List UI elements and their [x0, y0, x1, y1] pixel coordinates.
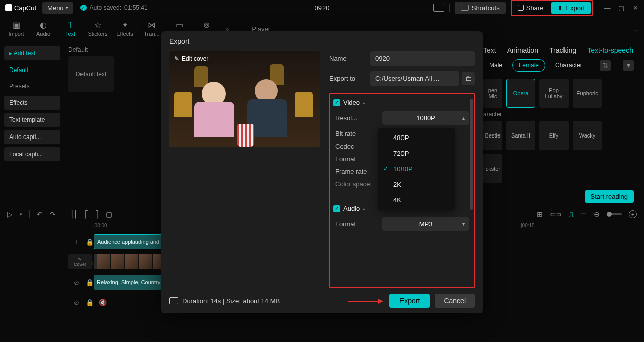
audio-checkbox[interactable]: ✓ — [333, 205, 340, 212]
audio-format-dropdown[interactable]: MP3 ▾ — [382, 217, 469, 231]
res-option-720p[interactable]: 720P — [378, 146, 455, 161]
right-tab-text[interactable]: Text — [483, 46, 496, 54]
res-option-1080p[interactable]: 1080P — [378, 161, 455, 177]
ruler-mark: |00:15 — [521, 223, 535, 228]
default-text-card[interactable]: Default text — [68, 56, 114, 92]
tl-tool-1-icon[interactable]: ⊞ — [537, 210, 543, 218]
voice-card[interactable]: Euphoric — [573, 79, 602, 108]
tab-stickers[interactable]: ☆Stickers — [88, 21, 108, 37]
tl-tool-3-icon[interactable]: ⎍ — [569, 210, 573, 218]
text-track-icon: T — [72, 238, 80, 246]
text-icon: T — [65, 21, 75, 29]
res-option-480p[interactable]: 480P — [378, 130, 455, 146]
bitrate-label: Bit rate — [335, 130, 376, 138]
selection-tool-icon[interactable]: ▷ — [7, 210, 13, 218]
voice-card-opera[interactable]: Opera — [506, 79, 535, 108]
dialog-cancel-button[interactable]: Cancel — [435, 294, 475, 308]
disable-icon[interactable]: ⊘ — [72, 279, 80, 286]
divider — [449, 4, 450, 12]
split-icon[interactable]: ⎮⎮ — [70, 210, 77, 218]
scrollbar[interactable] — [470, 99, 473, 210]
voice-card[interactable]: Elfy — [539, 121, 569, 150]
delete-icon[interactable]: ▢ — [106, 210, 112, 218]
tab-text[interactable]: TText — [60, 21, 80, 37]
start-reading-button[interactable]: Start reading — [585, 190, 634, 203]
pencil-icon — [174, 55, 179, 62]
tool-dropdown-icon[interactable]: ▾ — [20, 212, 22, 217]
add-text-button[interactable]: ▸ Add text — [4, 46, 60, 60]
browse-folder-button[interactable]: 🗀 — [462, 72, 475, 85]
undo-icon[interactable]: ↶ — [37, 210, 43, 218]
window-minimize[interactable]: — — [604, 4, 611, 12]
export-icon: ⬆ — [557, 4, 563, 12]
sidebar-auto-captions[interactable]: Auto capti... — [4, 130, 60, 144]
name-input[interactable] — [370, 51, 475, 66]
chevron-down-icon: ▾ — [462, 221, 465, 227]
sidebar-default[interactable]: Default — [4, 63, 60, 77]
resolution-dropdown[interactable]: 1080P ▴ — [382, 111, 469, 125]
text-clip[interactable]: Audience applauding and — [94, 234, 169, 249]
tl-tool-4-icon[interactable]: ▭ — [580, 210, 587, 218]
right-tab-tracking[interactable]: Tracking — [549, 46, 576, 54]
export-button-top[interactable]: ⬆ Export — [551, 2, 591, 14]
menu-button[interactable]: Menu▾ — [42, 2, 73, 14]
disable-icon[interactable]: ⊘ — [72, 299, 80, 306]
lock-icon[interactable]: 🔒 — [86, 299, 94, 306]
stickers-icon: ☆ — [93, 21, 103, 29]
trim-left-icon[interactable]: ⎡ — [85, 210, 88, 218]
res-option-2k[interactable]: 2K — [378, 177, 455, 192]
pill-character[interactable]: Character — [549, 60, 588, 71]
player-menu-icon[interactable]: ≡ — [634, 25, 638, 33]
tab-audio[interactable]: ◐Audio — [33, 21, 53, 37]
sidebar-presets[interactable]: Presets — [4, 80, 60, 93]
sidebar-local-captions[interactable]: Local capti... — [4, 147, 60, 161]
video-checkbox[interactable]: ✓ — [333, 99, 340, 106]
voice-card[interactable]: Pop Lullaby — [539, 79, 569, 108]
redo-icon[interactable]: ↷ — [50, 210, 56, 218]
zoom-slider[interactable] — [607, 213, 622, 215]
mute-icon[interactable]: 🔇 — [99, 299, 107, 306]
audio-clip[interactable]: Relaxing, Simple, Country — [94, 275, 168, 290]
voice-card[interactable]: Bestie — [483, 121, 502, 150]
trim-right-icon[interactable]: ⎤ — [95, 210, 99, 218]
keyboard-icon — [461, 5, 469, 11]
voice-card[interactable]: Santa II — [506, 121, 535, 150]
lock-icon[interactable]: 🔒 — [86, 238, 94, 246]
zoom-out-icon[interactable]: ⊖ — [594, 210, 600, 218]
sort-icon[interactable]: ⇅ — [600, 60, 611, 71]
edit-cover-button[interactable]: Edit cover — [174, 55, 208, 62]
cover-button[interactable]: ✎Cover — [68, 254, 92, 269]
cover-preview[interactable]: Edit cover — [169, 51, 320, 147]
sidebar-text-template[interactable]: Text template — [4, 113, 60, 127]
sidebar-effects[interactable]: Effects — [4, 96, 60, 110]
pill-female[interactable]: Female — [512, 59, 545, 72]
adjust-icon: ⊚ — [201, 21, 211, 29]
aspect-ratio-icon[interactable] — [433, 4, 444, 12]
chevron-up-icon: ▴ — [462, 115, 465, 121]
export-path: C:/Users/Usman Ali ... — [370, 71, 459, 86]
dialog-export-button[interactable]: Export — [389, 294, 430, 308]
voice-card[interactable]: Wacky — [573, 121, 602, 150]
lock-icon[interactable]: 🔒 — [86, 279, 94, 286]
window-maximize[interactable]: ▢ — [618, 4, 625, 12]
zoom-in-icon[interactable]: + — [629, 210, 637, 218]
tl-tool-2-icon[interactable]: ⊂⊃ — [550, 210, 562, 218]
video-section-header[interactable]: ✓ Video ▴ — [333, 99, 469, 106]
window-close[interactable]: ✕ — [632, 4, 639, 12]
tab-transition[interactable]: ⋈Tran... — [142, 21, 162, 37]
project-name: 0920 — [315, 4, 330, 12]
annotation-arrow — [348, 294, 383, 307]
right-tab-tts[interactable]: Text-to-speech — [587, 46, 633, 54]
share-button[interactable]: Share — [513, 2, 549, 14]
video-clip[interactable] — [94, 254, 168, 269]
voice-card[interactable]: ickster — [483, 154, 502, 183]
tab-effects[interactable]: ✦Effects — [115, 21, 135, 37]
voice-card[interactable]: pen Mic — [483, 79, 502, 108]
tab-import[interactable]: ▣Import — [6, 21, 26, 37]
right-tab-animation[interactable]: Animation — [507, 46, 538, 54]
folder-icon: 🗀 — [465, 75, 472, 82]
pill-male[interactable]: Male — [483, 60, 508, 71]
shortcuts-button[interactable]: Shortcuts — [455, 2, 506, 14]
res-option-4k[interactable]: 4K — [378, 192, 455, 208]
dropdown-icon[interactable]: ▾ — [623, 60, 634, 71]
